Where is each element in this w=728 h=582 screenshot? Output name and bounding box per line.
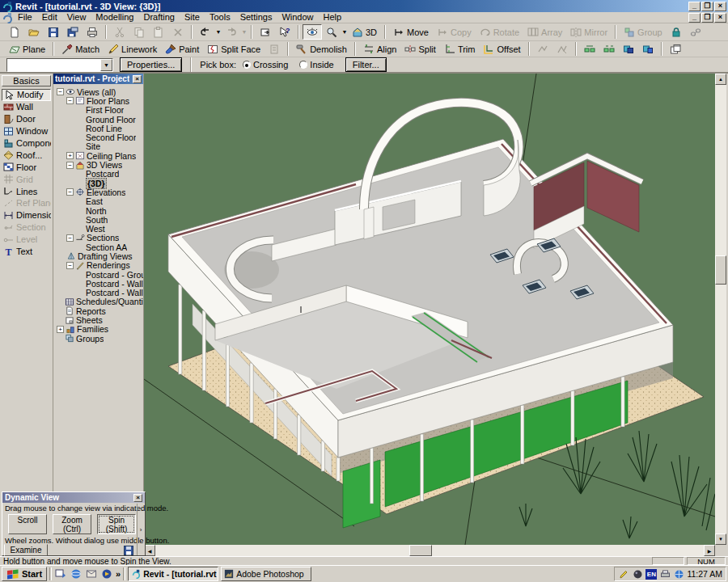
menu-settings[interactable]: Settings [235, 12, 277, 23]
tree-north[interactable]: North [53, 206, 143, 215]
horizontal-scrollbar[interactable]: ◀ ▶ [144, 545, 715, 556]
print-button[interactable] [83, 24, 102, 40]
vertical-scrollbar[interactable]: ▲ ▼ [715, 74, 726, 545]
sidebar-item-component[interactable]: Component [2, 137, 51, 150]
collapse-icon[interactable]: − [66, 262, 74, 269]
tree-west[interactable]: West [53, 224, 143, 233]
tree-3d-current[interactable]: {3D} [53, 179, 143, 188]
menu-file[interactable]: File [13, 12, 37, 23]
tree-site[interactable]: Site [53, 142, 143, 151]
properties-button[interactable]: Properties... [120, 57, 182, 72]
browser-close-icon[interactable]: × [133, 75, 142, 83]
split-button[interactable]: Split [400, 41, 439, 57]
scroll-down-icon[interactable]: ▼ [715, 534, 726, 545]
menu-tools[interactable]: Tools [205, 12, 235, 23]
tree-renderings[interactable]: −Renderings [53, 261, 143, 270]
type-selector-combobox[interactable]: ▼ [6, 58, 113, 72]
wall-join-2-button[interactable] [599, 41, 619, 57]
sidebar-item-modify[interactable]: Modify [2, 89, 51, 101]
sidebar-item-roof[interactable]: Roof... [2, 149, 51, 161]
tray-sphere-icon[interactable] [632, 568, 643, 580]
tree-postcard-wall-2[interactable]: Postcard - Wall [53, 289, 143, 297]
scroll-left-icon[interactable]: ◀ [144, 545, 155, 556]
tray-pen-icon[interactable] [618, 568, 629, 580]
horizontal-scroll-thumb[interactable] [409, 545, 432, 556]
tray-globe-icon[interactable] [673, 568, 684, 580]
zoom-dropdown[interactable]: ▼ [341, 27, 348, 38]
new-button[interactable] [5, 24, 24, 40]
tree-second-floor[interactable]: Second Floor [53, 133, 143, 141]
tree-drafting-views[interactable]: Drafting Views [53, 251, 143, 260]
doc-minimize-button[interactable]: _ [688, 13, 700, 23]
tree-schedules[interactable]: Schedules/Quantitie [53, 297, 143, 306]
move-button[interactable]: Move [389, 24, 433, 40]
link-button[interactable] [686, 24, 705, 40]
outlook-icon[interactable] [85, 567, 98, 580]
title-bar[interactable]: Revit - [tutorial.rvt - 3D View: {3D}] _… [0, 0, 728, 12]
minimize-button[interactable]: _ [688, 2, 700, 11]
sidebar-item-wall[interactable]: Wall [2, 101, 51, 113]
3d-view-canvas[interactable]: ▲ ▼ ◀ ▶ [144, 74, 726, 556]
tree-section-aa[interactable]: Section AA [53, 242, 143, 251]
start-button[interactable]: Start [2, 567, 47, 581]
tree-postcard-wall-1[interactable]: Postcard - Wall [53, 279, 143, 288]
plane-button[interactable]: Plane [5, 41, 49, 57]
demolish-button[interactable]: Demolish [292, 41, 351, 57]
collapse-icon[interactable]: − [66, 97, 74, 104]
collapse-icon[interactable]: − [66, 188, 74, 196]
sidebar-item-door[interactable]: Door [2, 113, 51, 125]
filter-button[interactable]: Filter... [345, 57, 387, 72]
crossing-radio[interactable] [243, 61, 251, 69]
menu-view[interactable]: View [62, 12, 91, 23]
tree-south[interactable]: South [53, 215, 143, 224]
tree-floor-plans[interactable]: −Floor Plans [53, 96, 143, 105]
restore-button[interactable]: ❐ [701, 2, 713, 11]
media-player-icon[interactable] [100, 567, 113, 580]
close-button[interactable]: × [714, 2, 726, 11]
menu-edit[interactable]: Edit [37, 12, 62, 23]
quick-launch-more-icon[interactable]: » [116, 569, 121, 579]
save-as-button[interactable] [63, 24, 83, 40]
expand-icon[interactable]: + [57, 326, 64, 333]
join-geometry-button[interactable] [619, 41, 638, 57]
tree-3d-views[interactable]: −3D Views [53, 160, 143, 169]
tree-groups[interactable]: Groups [53, 334, 143, 343]
dynamic-view-titlebar[interactable]: Dynamic View × [2, 492, 145, 503]
internet-explorer-icon[interactable] [70, 567, 83, 580]
spin-mode-button[interactable]: Spin(Shift) [97, 514, 136, 534]
dynamic-view-button[interactable] [303, 24, 322, 40]
context-help-button[interactable]: ? [275, 24, 294, 40]
split-face-button[interactable]: Split Face [203, 41, 265, 57]
scroll-up-icon[interactable]: ▲ [715, 74, 726, 85]
sidebar-item-text[interactable]: TText [2, 246, 51, 258]
expand-icon[interactable]: + [66, 152, 74, 159]
menu-window[interactable]: Window [277, 12, 318, 23]
sidebar-item-dimension[interactable]: Dimension [2, 209, 51, 221]
tree-families[interactable]: +Families [53, 325, 143, 334]
scroll-mode-button[interactable]: Scroll [8, 514, 47, 534]
linework-button[interactable]: Linework [104, 41, 161, 57]
tree-first-floor[interactable]: First Floor [53, 106, 143, 115]
doc-close-button[interactable]: × [714, 13, 726, 23]
tree-postcard-ground[interactable]: Postcard - Grou [53, 270, 143, 279]
pin-lock-button[interactable] [667, 24, 686, 40]
tree-ground-floor[interactable]: Ground Floor [53, 115, 143, 124]
examine-tab[interactable]: Examine [4, 544, 48, 556]
menu-site[interactable]: Site [180, 12, 205, 23]
project-browser-titlebar[interactable]: tutorial.rvt - Project × [53, 74, 143, 84]
collapse-icon[interactable]: − [57, 88, 64, 95]
inside-radio[interactable] [299, 61, 307, 69]
menu-modelling[interactable]: Modelling [91, 12, 138, 23]
undo-button[interactable] [196, 24, 215, 40]
align-button[interactable]: Align [359, 41, 400, 57]
show-desktop-icon[interactable] [54, 567, 67, 580]
save-view-icon[interactable] [122, 545, 135, 556]
tree-sheets[interactable]: Sheets [53, 315, 143, 324]
tray-printer-icon[interactable] [659, 568, 671, 580]
paint-button[interactable]: Paint [161, 41, 203, 57]
undo-dropdown[interactable]: ▼ [215, 27, 222, 38]
wall-join-button[interactable] [580, 41, 599, 57]
tree-east[interactable]: East [53, 197, 143, 206]
tree-views-all[interactable]: −Views (all) [53, 87, 143, 96]
tree-reports[interactable]: Reports [53, 306, 143, 315]
